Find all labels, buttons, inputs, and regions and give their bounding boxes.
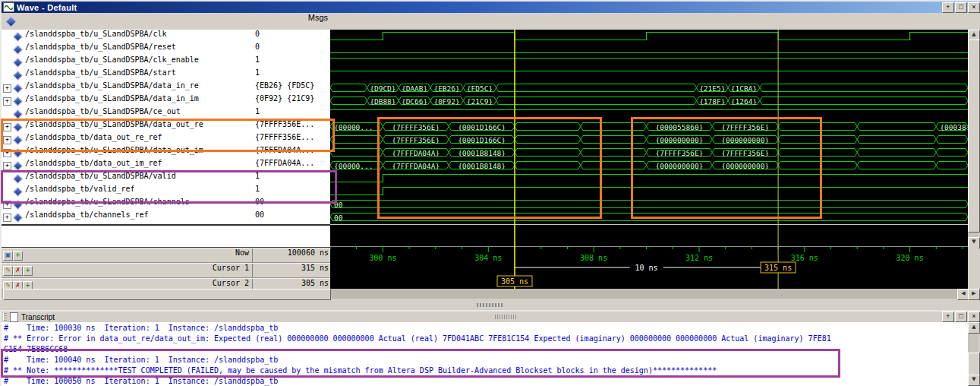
signal-row[interactable]: +/slanddspba_tb/data_out_im_ref — [2, 159, 252, 172]
signal-value: {7FFFF356E... — [252, 133, 330, 146]
bus-value-label: {178F} — [699, 97, 725, 106]
expand-icon[interactable]: + — [3, 97, 11, 106]
signal-value: 1 — [252, 55, 330, 68]
bus-value-label: {21E5} — [699, 84, 725, 93]
maximize-icon[interactable]: □ — [955, 312, 967, 322]
signal-icon — [13, 135, 23, 145]
transcript-scrollbar[interactable]: ▲ ▼ — [968, 322, 978, 384]
expand-icon[interactable]: + — [3, 123, 11, 131]
cursor-2-time-box[interactable]: 305 ns — [497, 276, 532, 286]
bus-value-label: {7FFFF356E} — [721, 123, 769, 131]
signal-value: 1 — [252, 172, 330, 185]
signal-row[interactable]: /slanddspba_tb/u_SLandDSPBA/valid — [2, 172, 252, 185]
wave-header-row: Msgs — [2, 13, 978, 30]
ruler-time-label: 312 ns — [685, 254, 713, 262]
signal-value: 0 — [252, 43, 330, 55]
signal-row[interactable]: +/slanddspba_tb/u_SLandDSPBA/data_out_re — [2, 120, 252, 133]
signal-name: /slanddspba_tb/u_SLandDSPBA/data_in_re — [25, 81, 199, 94]
signal-name: /slanddspba_tb/u_SLandDSPBA/start — [25, 68, 176, 81]
svg-text:305 ns: 305 ns — [501, 277, 528, 286]
cursor-delta-label: 10 ns — [635, 264, 658, 272]
signal-value: {7FFFDA04A... — [252, 159, 330, 172]
vertical-scrollbar-thumb[interactable] — [968, 40, 980, 233]
signal-name: /slanddspba_tb/data_out_re_ref — [25, 133, 162, 146]
wave-vertical-scrollbar[interactable]: ▲ ▼ — [968, 30, 978, 247]
wave-titlebar[interactable]: Wave - Default + □ × — [2, 2, 980, 13]
close-icon[interactable]: × — [968, 2, 980, 13]
signal-value: 1 — [252, 68, 330, 81]
bus-trace — [515, 162, 581, 169]
ruler-time-label: 320 ns — [896, 254, 924, 262]
signal-row[interactable]: +/slanddspba_tb/data_out_re_ref — [2, 133, 252, 146]
scroll-right-arrow-icon[interactable]: ▶ — [968, 289, 980, 300]
bus-trace — [936, 136, 968, 144]
bus-value-label: {0001B8148} — [458, 149, 506, 157]
bus-value-label: {000000000} — [721, 136, 769, 144]
signal-names-pane[interactable]: /slanddspba_tb/u_SLandDSPBA/clk/slanddsp… — [2, 30, 253, 247]
bus-trace — [330, 136, 383, 144]
ruler-time-label: 308 ns — [580, 254, 607, 262]
dock-icon[interactable]: + — [942, 312, 954, 322]
transcript-log[interactable]: # Time: 100030 ns Iteration: 1 Instance:… — [2, 322, 968, 386]
bus-value-label: {EB26} — [433, 84, 459, 93]
bus-trace — [778, 136, 857, 144]
signal-row[interactable]: +/slanddspba_tb/channels_ref — [2, 210, 252, 223]
cursor-row[interactable]: ▣+Now100060 ns — [2, 248, 330, 263]
waveform-pane[interactable]: {D9CD}{DAAB}{EB26}{FD5C}{21E5}{1CBA}{DB8… — [330, 30, 968, 289]
close-icon[interactable]: × — [968, 312, 980, 322]
expand-icon[interactable]: + — [3, 162, 11, 170]
signal-name: /slanddspba_tb/u_SLandDSPBA/clk — [25, 30, 167, 43]
splitter-grip-icon[interactable] — [477, 303, 503, 307]
titlebar-grip-icon[interactable] — [3, 313, 7, 321]
titlebar-center-grip-icon[interactable] — [495, 315, 518, 319]
expand-icon[interactable]: + — [3, 149, 11, 157]
bus-trace — [581, 162, 647, 169]
signal-icon — [13, 96, 23, 106]
signal-name: /slanddspba_tb/u_SLandDSPBA/data_in_im — [25, 94, 199, 107]
transcript-line: C154 7E8B6CC68 — [2, 345, 968, 356]
signal-row[interactable]: /slanddspba_tb/u_SLandDSPBA/reset — [2, 43, 252, 55]
signal-row[interactable]: /slanddspba_tb/u_SLandDSPBA/clk_enable — [2, 55, 252, 68]
window-splitter[interactable] — [0, 300, 980, 310]
signal-row[interactable]: +/slanddspba_tb/u_SLandDSPBA/data_out_im — [2, 146, 252, 159]
bus-trace — [496, 84, 697, 92]
transcript-line: # ** Note: **************TEST COMPLETED … — [2, 366, 968, 377]
maximize-icon[interactable]: □ — [955, 2, 967, 13]
horizontal-scrollbar-thumb[interactable] — [3, 289, 331, 300]
waveform-canvas[interactable]: {D9CD}{DAAB}{EB26}{FD5C}{21E5}{1CBA}{DB8… — [330, 30, 968, 289]
bus-value-label: {DC66} — [402, 97, 427, 106]
signal-row[interactable]: /slanddspba_tb/u_SLandDSPBA/ce_out — [2, 107, 252, 120]
wave-title-buttons: + □ × — [942, 2, 980, 13]
scroll-down-arrow-icon[interactable]: ▼ — [968, 375, 980, 386]
transcript-title-buttons: + □ × — [942, 312, 980, 322]
signal-row[interactable]: /slanddspba_tb/valid_ref — [2, 185, 252, 198]
transcript-scrollbar-thumb[interactable] — [968, 353, 980, 375]
signal-value: 0 — [252, 30, 330, 43]
transcript-titlebar[interactable]: Transcript + □ × — [2, 312, 980, 323]
cursor-row-value: 100060 ns — [252, 248, 331, 262]
bus-trace — [778, 162, 857, 169]
bus-value-label: {0001D166C} — [458, 123, 506, 131]
signal-value: {7FFFDA04A... — [252, 146, 330, 159]
cursor-row-label: Cursor 1 — [2, 264, 249, 277]
signal-row[interactable]: /slanddspba_tb/u_SLandDSPBA/start — [2, 68, 252, 81]
cursor-row[interactable]: ✎✗+Cursor 1315 ns — [2, 263, 330, 278]
expand-icon[interactable]: + — [3, 201, 11, 209]
wave-cursor-tool-icon[interactable] — [5, 16, 17, 28]
cursor-1-time-box[interactable]: 315 ns — [761, 262, 796, 273]
signal-value: {EB26} {FD5C} — [252, 81, 330, 94]
signal-row[interactable]: +/slanddspba_tb/u_SLandDSPBA/data_in_re — [2, 81, 252, 94]
signal-value: {0F92} {21C9} — [252, 94, 330, 107]
signal-row[interactable]: +/slanddspba_tb/u_SLandDSPBA/data_in_im — [2, 94, 252, 107]
expand-icon[interactable]: + — [3, 136, 11, 144]
transcript-title: Transcript — [21, 313, 55, 321]
signal-values-pane: 0011{EB26} {FD5C}{0F92} {21C9}1{7FFFF356… — [252, 30, 331, 247]
signal-row[interactable]: +/slanddspba_tb/u_SLandDSPBA/channels — [2, 198, 252, 210]
dock-icon[interactable]: + — [942, 2, 954, 13]
expand-icon[interactable]: + — [3, 84, 11, 93]
expand-icon[interactable]: + — [3, 214, 11, 222]
signal-name: /slanddspba_tb/valid_ref — [25, 185, 135, 198]
scroll-up-arrow-icon[interactable]: ▲ — [968, 322, 980, 334]
wave-horizontal-scrollbar[interactable]: ◀ ▶ — [2, 289, 978, 299]
signal-row[interactable]: /slanddspba_tb/u_SLandDSPBA/clk — [2, 30, 252, 43]
